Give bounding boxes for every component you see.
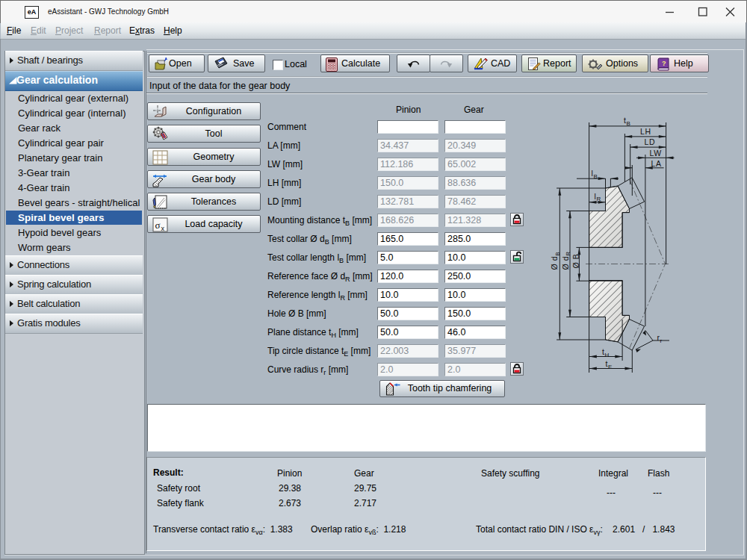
svg-text:rr: rr: [657, 333, 663, 344]
svg-text:LA: LA: [651, 159, 662, 168]
svg-text:LW: LW: [650, 149, 662, 158]
svg-text:Ø B: Ø B: [571, 254, 580, 269]
svg-text:?: ?: [662, 60, 666, 67]
svg-text:x: x: [161, 225, 165, 232]
svg-text:tB: tB: [624, 116, 630, 127]
svg-text:LH: LH: [640, 127, 651, 136]
svg-text:σ: σ: [155, 220, 161, 231]
svg-text:LD: LD: [645, 137, 656, 146]
svg-text:lR: lR: [595, 192, 601, 203]
svg-text:Ø dB: Ø dB: [550, 252, 561, 270]
svg-text:lB: lB: [592, 169, 598, 180]
